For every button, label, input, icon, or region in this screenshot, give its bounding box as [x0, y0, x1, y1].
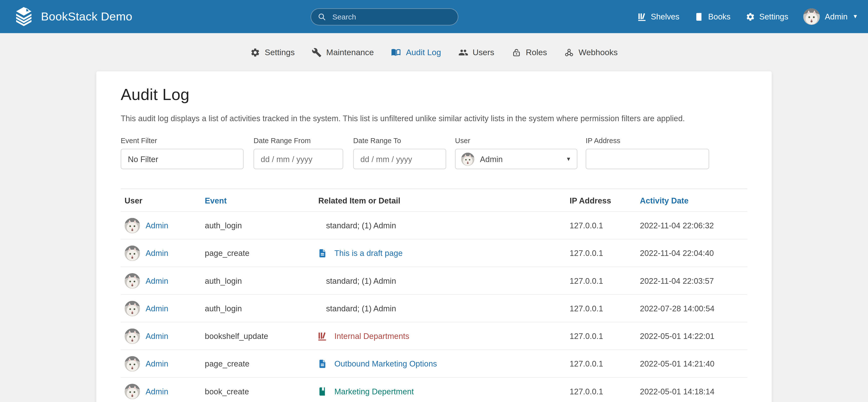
event-name: auth_login	[205, 221, 317, 230]
date-from-label: Date Range From	[253, 137, 343, 145]
nav-settings[interactable]: Settings	[745, 12, 788, 21]
audit-table: User Event Related Item or Detail IP Add…	[121, 189, 747, 402]
tab-users[interactable]: Users	[458, 47, 494, 57]
ip-address: 127.0.0.1	[569, 332, 640, 340]
user-link[interactable]: Admin	[146, 387, 168, 396]
table-row: Admin bookshelf_update Internal Departme…	[121, 322, 747, 349]
user-menu[interactable]: Admin ▼	[803, 8, 858, 25]
activity-date: 2022-07-28 14:00:54	[640, 304, 747, 313]
user-avatar	[125, 356, 140, 371]
user-select-value: Admin	[480, 155, 560, 164]
tab-webhooks[interactable]: Webhooks	[564, 47, 618, 57]
col-ip: IP Address	[569, 197, 640, 205]
user-link[interactable]: Admin	[146, 304, 168, 313]
shelves-icon	[637, 12, 646, 21]
webhook-icon	[564, 47, 574, 57]
page-title: Audit Log	[121, 86, 747, 104]
activity-date: 2022-11-04 22:03:57	[640, 276, 747, 285]
tab-settings-label: Settings	[265, 47, 295, 57]
related-page-link[interactable]: Outbound Marketing Options	[334, 359, 437, 368]
related-page-link[interactable]: This is a draft page	[334, 249, 403, 258]
activity-date: 2022-05-01 14:22:01	[640, 332, 747, 340]
event-name: book_create	[205, 387, 317, 396]
user-select[interactable]: Admin ▼	[455, 149, 577, 169]
detail-text: standard; (1) Admin	[317, 304, 569, 313]
event-name: auth_login	[205, 304, 317, 313]
col-activity-date-sort[interactable]: Activity Date	[640, 197, 747, 205]
nav-shelves-label: Shelves	[651, 12, 679, 21]
date-from-input[interactable]	[253, 149, 343, 169]
user-link[interactable]: Admin	[146, 332, 168, 340]
table-row: Admin page_create This is a draft page 1…	[121, 239, 747, 267]
ip-address: 127.0.0.1	[569, 276, 640, 285]
ip-address: 127.0.0.1	[569, 249, 640, 258]
user-avatar	[125, 328, 140, 344]
app-logo[interactable]: BookStack Demo	[13, 6, 132, 27]
ip-address: 127.0.0.1	[569, 304, 640, 313]
user-link[interactable]: Admin	[146, 249, 168, 258]
tab-roles[interactable]: Roles	[512, 47, 547, 57]
search-bar[interactable]	[311, 8, 458, 25]
filter-event: Event Filter	[121, 137, 243, 169]
table-row: Admin auth_login standard; (1) Admin 127…	[121, 211, 747, 239]
table-row: Admin book_create Marketing Depertment 1…	[121, 377, 747, 402]
related-shelf-link[interactable]: Internal Departments	[334, 332, 409, 340]
page-icon	[317, 359, 327, 368]
ip-address: 127.0.0.1	[569, 387, 640, 396]
lock-icon	[512, 47, 521, 57]
col-event-sort[interactable]: Event	[205, 197, 317, 205]
activity-date: 2022-11-04 22:06:32	[640, 221, 747, 230]
user-link[interactable]: Admin	[146, 359, 168, 368]
chevron-down-icon: ▼	[566, 157, 571, 162]
col-user: User	[121, 197, 205, 205]
user-link[interactable]: Admin	[146, 221, 168, 230]
tab-maintenance-label: Maintenance	[326, 47, 374, 57]
event-name: auth_login	[205, 276, 317, 285]
nav-shelves[interactable]: Shelves	[637, 12, 679, 21]
user-menu-label: Admin	[825, 12, 847, 21]
page-description: This audit log displays a list of activi…	[121, 113, 747, 124]
nav-settings-label: Settings	[759, 12, 788, 21]
app-header: BookStack Demo Shelves Books Settings	[0, 0, 868, 33]
wrench-icon	[312, 47, 322, 57]
table-row: Admin auth_login standard; (1) Admin 127…	[121, 294, 747, 322]
ip-filter-label: IP Address	[586, 137, 709, 145]
users-icon	[458, 47, 468, 57]
header-center	[132, 8, 637, 25]
tab-audit-log[interactable]: Audit Log	[391, 47, 441, 58]
event-name: page_create	[205, 359, 317, 368]
user-filter-label: User	[455, 137, 577, 145]
user-avatar	[125, 245, 140, 261]
page: BookStack Demo Shelves Books Settings	[0, 0, 868, 402]
nav-books[interactable]: Books	[694, 12, 731, 21]
activity-date: 2022-05-01 14:21:40	[640, 359, 747, 368]
filter-date-to: Date Range To	[353, 137, 446, 169]
header-nav: Shelves Books Settings Admin ▼	[637, 8, 858, 25]
table-row: Admin auth_login standard; (1) Admin 127…	[121, 267, 747, 294]
tab-webhooks-label: Webhooks	[579, 47, 618, 57]
user-avatar	[125, 384, 140, 399]
page-icon	[317, 248, 327, 258]
audit-log-card: Audit Log This audit log displays a list…	[96, 71, 772, 402]
event-filter-label: Event Filter	[121, 137, 243, 145]
related-book-link[interactable]: Marketing Depertment	[334, 387, 414, 396]
user-avatar	[803, 8, 820, 25]
event-filter-input[interactable]	[121, 149, 243, 169]
user-avatar	[125, 218, 140, 233]
tab-settings[interactable]: Settings	[250, 47, 295, 57]
activity-date: 2022-11-04 22:04:40	[640, 249, 747, 258]
detail-text: standard; (1) Admin	[317, 221, 569, 230]
filter-user: User Admin ▼	[455, 137, 577, 169]
search-input[interactable]	[331, 12, 451, 21]
tab-maintenance[interactable]: Maintenance	[312, 47, 374, 57]
tab-roles-label: Roles	[526, 47, 547, 57]
open-book-icon	[391, 47, 402, 58]
event-name: bookshelf_update	[205, 332, 317, 340]
table-row: Admin page_create Outbound Marketing Opt…	[121, 349, 747, 377]
user-link[interactable]: Admin	[146, 276, 168, 285]
date-to-input[interactable]	[353, 149, 446, 169]
nav-books-label: Books	[708, 12, 731, 21]
user-avatar	[125, 273, 140, 289]
ip-filter-input[interactable]	[586, 149, 709, 169]
user-avatar	[125, 301, 140, 316]
